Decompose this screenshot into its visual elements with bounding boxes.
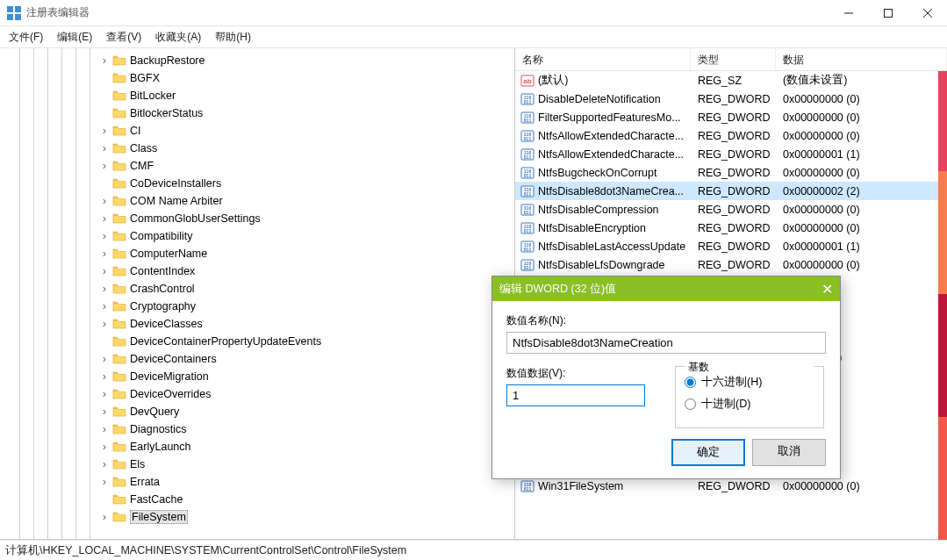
tree-item-compatibility[interactable]: ›Compatibility — [0, 227, 514, 245]
tree-item-diagnostics[interactable]: ›Diagnostics — [0, 420, 514, 438]
list-row[interactable]: 110011NtfsAllowExtendedCharacte...REG_DW… — [515, 126, 947, 145]
expand-icon[interactable]: › — [98, 160, 111, 172]
minimize-button[interactable] — [829, 0, 868, 26]
list-row[interactable]: 110011NtfsDisableLfsDowngradeREG_DWORD0x… — [515, 255, 947, 274]
tree-item-crashcontrol[interactable]: ›CrashControl — [0, 280, 514, 298]
expand-icon[interactable]: › — [98, 441, 111, 453]
tree-item-commonglobusersettings[interactable]: ›CommonGlobUserSettings — [0, 210, 514, 227]
expand-icon[interactable]: › — [98, 142, 111, 154]
dialog-close-button[interactable]: ✕ — [821, 281, 833, 298]
tree-item-bgfx[interactable]: BGFX — [0, 69, 514, 87]
tree-item-devicecontainers[interactable]: ›DeviceContainers — [0, 350, 514, 368]
menu-help[interactable]: 帮助(H) — [215, 30, 251, 45]
column-data[interactable]: 数据 — [776, 48, 947, 70]
tree-item-computername[interactable]: ›ComputerName — [0, 245, 514, 262]
radio-hex[interactable]: 十六进制(H) — [685, 375, 814, 390]
folder-icon — [112, 230, 126, 242]
folder-icon — [112, 125, 126, 137]
radio-hex-input[interactable] — [685, 377, 696, 388]
tree-item-label: Compatibility — [130, 230, 193, 242]
expand-icon[interactable]: › — [98, 318, 111, 330]
menu-view[interactable]: 查看(V) — [106, 30, 141, 45]
expand-icon[interactable]: › — [98, 458, 111, 470]
tree-item-label: DeviceContainers — [130, 353, 217, 365]
tree-item-class[interactable]: ›Class — [0, 140, 514, 157]
tree-item-label: FileSystem — [130, 510, 188, 524]
value-name-input[interactable] — [506, 332, 826, 354]
list-row[interactable]: 110011FilterSupportedFeaturesMo...REG_DW… — [515, 108, 947, 126]
folder-icon — [112, 212, 126, 225]
expand-icon[interactable]: › — [98, 195, 111, 207]
menubar: 文件(F) 编辑(E) 查看(V) 收藏夹(A) 帮助(H) — [0, 26, 947, 48]
expand-icon[interactable]: › — [98, 353, 111, 365]
close-button[interactable] — [908, 0, 947, 26]
tree-item-cryptography[interactable]: ›Cryptography — [0, 298, 514, 315]
tree-item-earlylaunch[interactable]: ›EarlyLaunch — [0, 438, 514, 456]
expand-icon[interactable]: › — [98, 125, 111, 137]
tree-item-codeviceinstallers[interactable]: CoDeviceInstallers — [0, 175, 514, 192]
tree-item-contentindex[interactable]: ›ContentIndex — [0, 262, 514, 280]
tree-item-backuprestore[interactable]: ›BackupRestore — [0, 52, 514, 69]
value-name-label: 数值名称(N): — [506, 313, 826, 328]
tree-panel: ›BackupRestoreBGFXBitLockerBitlockerStat… — [0, 48, 514, 539]
expand-icon[interactable]: › — [98, 212, 111, 225]
list-row[interactable]: ab(默认)REG_SZ(数值未设置) — [515, 71, 947, 90]
tree-item-filesystem[interactable]: ›FileSystem — [0, 508, 514, 526]
value-data-input[interactable] — [506, 384, 645, 406]
folder-icon — [112, 493, 126, 506]
expand-icon[interactable]: › — [98, 300, 111, 312]
app-icon — [7, 6, 21, 20]
radio-dec[interactable]: 十进制(D) — [685, 397, 814, 412]
expand-icon[interactable]: › — [98, 230, 111, 242]
cancel-button[interactable]: 取消 — [752, 439, 826, 466]
tree-item-fastcache[interactable]: FastCache — [0, 491, 514, 508]
tree-item-deviceclasses[interactable]: ›DeviceClasses — [0, 315, 514, 333]
list-row[interactable]: 110011NtfsAllowExtendedCharacte...REG_DW… — [515, 145, 947, 163]
folder-icon — [112, 248, 126, 260]
menu-file[interactable]: 文件(F) — [9, 30, 43, 45]
column-type[interactable]: 类型 — [691, 48, 776, 70]
expand-icon[interactable]: › — [98, 370, 111, 383]
tree-item-deviceoverrides[interactable]: ›DeviceOverrides — [0, 385, 514, 403]
list-row[interactable]: 110011DisableDeleteNotificationREG_DWORD… — [515, 90, 947, 108]
menu-edit[interactable]: 编辑(E) — [57, 30, 92, 45]
tree-scroll[interactable]: ›BackupRestoreBGFXBitLockerBitlockerStat… — [0, 48, 514, 539]
value-name: NtfsDisableEncryption — [538, 222, 646, 234]
dialog-titlebar[interactable]: 编辑 DWORD (32 位)值 ✕ — [492, 276, 840, 301]
tree-item-devicemigration[interactable]: ›DeviceMigration — [0, 368, 514, 385]
tree-item-els[interactable]: ›Els — [0, 456, 514, 473]
expand-icon[interactable]: › — [98, 406, 111, 418]
tree-item-devquery[interactable]: ›DevQuery — [0, 403, 514, 420]
list-row[interactable]: 110011Win31FileSystemREG_DWORD0x00000000… — [515, 477, 947, 495]
tree-item-errata[interactable]: ›Errata — [0, 473, 514, 491]
list-row[interactable]: 110011NtfsDisableLastAccessUpdateREG_DWO… — [515, 237, 947, 255]
radio-dec-input[interactable] — [685, 398, 696, 410]
list-row[interactable]: 110011NtfsDisableEncryptionREG_DWORD0x00… — [515, 219, 947, 237]
expand-icon[interactable]: › — [98, 423, 111, 435]
tree-item-bitlockerstatus[interactable]: BitlockerStatus — [0, 104, 514, 122]
folder-icon — [112, 72, 126, 84]
expand-icon[interactable]: › — [98, 265, 111, 277]
tree-item-com name arbiter[interactable]: ›COM Name Arbiter — [0, 192, 514, 210]
expand-icon[interactable]: › — [98, 388, 111, 400]
list-row[interactable]: 110011NtfsDisableCompressionREG_DWORD0x0… — [515, 200, 947, 219]
svg-rect-2 — [7, 14, 13, 20]
tree-item-label: CMF — [130, 160, 154, 172]
maximize-button[interactable] — [868, 0, 908, 26]
expand-icon[interactable]: › — [98, 283, 111, 295]
expand-icon[interactable]: › — [98, 248, 111, 260]
tree-item-bitlocker[interactable]: BitLocker — [0, 87, 514, 104]
tree-item-cmf[interactable]: ›CMF — [0, 157, 514, 175]
expand-icon[interactable]: › — [98, 511, 111, 523]
tree-item-ci[interactable]: ›CI — [0, 122, 514, 140]
column-name[interactable]: 名称 — [515, 48, 691, 70]
value-data: 0x00000000 (0) — [776, 204, 947, 216]
value-data: 0x00000000 (0) — [776, 111, 947, 124]
expand-icon[interactable]: › — [98, 54, 111, 67]
tree-item-devicecontainerpropertyupdateevents[interactable]: DeviceContainerPropertyUpdateEvents — [0, 333, 514, 350]
list-row[interactable]: 110011NtfsDisable8dot3NameCrea...REG_DWO… — [515, 182, 947, 200]
list-row[interactable]: 110011NtfsBugcheckOnCorruptREG_DWORD0x00… — [515, 163, 947, 182]
expand-icon[interactable]: › — [98, 476, 111, 488]
ok-button[interactable]: 确定 — [671, 439, 745, 466]
menu-favorites[interactable]: 收藏夹(A) — [155, 30, 201, 45]
